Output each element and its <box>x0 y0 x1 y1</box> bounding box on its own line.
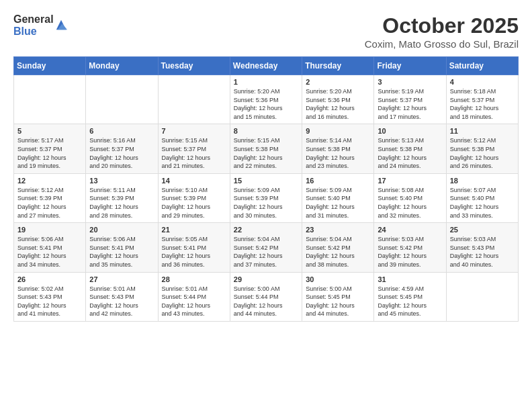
calendar-cell: 22Sunrise: 5:04 AM Sunset: 5:42 PM Dayli… <box>230 223 302 272</box>
day-number: 5 <box>17 127 82 135</box>
logo-icon <box>55 19 67 31</box>
day-number: 23 <box>306 226 370 234</box>
day-info: Sunrise: 5:12 AM Sunset: 5:39 PM Dayligh… <box>17 186 82 220</box>
day-info: Sunrise: 5:15 AM Sunset: 5:38 PM Dayligh… <box>234 136 298 170</box>
day-number: 4 <box>450 78 515 86</box>
calendar-table: SundayMondayTuesdayWednesdayThursdayFrid… <box>13 56 519 322</box>
calendar-cell: 1Sunrise: 5:20 AM Sunset: 5:36 PM Daylig… <box>230 75 302 124</box>
week-row-1: 1Sunrise: 5:20 AM Sunset: 5:36 PM Daylig… <box>14 75 519 124</box>
day-info: Sunrise: 5:18 AM Sunset: 5:37 PM Dayligh… <box>450 87 515 121</box>
day-number: 7 <box>162 127 226 135</box>
calendar-cell: 19Sunrise: 5:06 AM Sunset: 5:41 PM Dayli… <box>14 223 86 272</box>
calendar-cell: 10Sunrise: 5:13 AM Sunset: 5:38 PM Dayli… <box>374 124 446 173</box>
calendar-cell: 31Sunrise: 4:59 AM Sunset: 5:45 PM Dayli… <box>374 272 446 321</box>
day-number: 29 <box>234 275 298 283</box>
day-info: Sunrise: 5:15 AM Sunset: 5:37 PM Dayligh… <box>162 136 226 170</box>
day-number: 27 <box>89 275 154 283</box>
calendar-cell: 2Sunrise: 5:20 AM Sunset: 5:36 PM Daylig… <box>302 75 374 124</box>
day-info: Sunrise: 5:04 AM Sunset: 5:42 PM Dayligh… <box>306 235 370 269</box>
day-number: 24 <box>378 226 442 234</box>
weekday-header-sunday: Sunday <box>14 57 86 75</box>
calendar-cell: 23Sunrise: 5:04 AM Sunset: 5:42 PM Dayli… <box>302 223 374 272</box>
day-number: 19 <box>17 226 82 234</box>
day-number: 20 <box>89 226 154 234</box>
day-number: 16 <box>306 177 370 185</box>
day-info: Sunrise: 5:13 AM Sunset: 5:38 PM Dayligh… <box>378 136 442 170</box>
calendar-cell: 13Sunrise: 5:11 AM Sunset: 5:39 PM Dayli… <box>86 173 158 222</box>
logo: General Blue <box>13 13 67 37</box>
calendar-cell: 21Sunrise: 5:05 AM Sunset: 5:41 PM Dayli… <box>158 223 230 272</box>
calendar-cell: 11Sunrise: 5:12 AM Sunset: 5:38 PM Dayli… <box>446 124 518 173</box>
day-info: Sunrise: 5:05 AM Sunset: 5:41 PM Dayligh… <box>162 235 226 269</box>
day-info: Sunrise: 5:14 AM Sunset: 5:38 PM Dayligh… <box>306 136 370 170</box>
week-row-4: 19Sunrise: 5:06 AM Sunset: 5:41 PM Dayli… <box>14 223 519 272</box>
location-title: Coxim, Mato Grosso do Sul, Brazil <box>365 38 519 50</box>
calendar-cell: 8Sunrise: 5:15 AM Sunset: 5:38 PM Daylig… <box>230 124 302 173</box>
title-block: October 2025 Coxim, Mato Grosso do Sul, … <box>365 13 519 50</box>
calendar-cell: 26Sunrise: 5:02 AM Sunset: 5:43 PM Dayli… <box>14 272 86 321</box>
week-row-3: 12Sunrise: 5:12 AM Sunset: 5:39 PM Dayli… <box>14 173 519 222</box>
day-info: Sunrise: 5:06 AM Sunset: 5:41 PM Dayligh… <box>89 235 154 269</box>
day-number: 28 <box>162 275 226 283</box>
day-number: 21 <box>162 226 226 234</box>
weekday-header-friday: Friday <box>374 57 446 75</box>
calendar-cell: 14Sunrise: 5:10 AM Sunset: 5:39 PM Dayli… <box>158 173 230 222</box>
day-number: 30 <box>306 275 370 283</box>
weekday-header-monday: Monday <box>86 57 158 75</box>
day-number: 6 <box>89 127 154 135</box>
day-number: 10 <box>378 127 442 135</box>
day-number: 14 <box>162 177 226 185</box>
day-info: Sunrise: 5:06 AM Sunset: 5:41 PM Dayligh… <box>17 235 82 269</box>
weekday-header-tuesday: Tuesday <box>158 57 230 75</box>
calendar-cell: 20Sunrise: 5:06 AM Sunset: 5:41 PM Dayli… <box>86 223 158 272</box>
calendar-cell: 18Sunrise: 5:07 AM Sunset: 5:40 PM Dayli… <box>446 173 518 222</box>
day-info: Sunrise: 5:03 AM Sunset: 5:43 PM Dayligh… <box>450 235 515 269</box>
calendar-cell: 27Sunrise: 5:01 AM Sunset: 5:43 PM Dayli… <box>86 272 158 321</box>
day-info: Sunrise: 5:10 AM Sunset: 5:39 PM Dayligh… <box>162 186 226 220</box>
day-info: Sunrise: 5:02 AM Sunset: 5:43 PM Dayligh… <box>17 285 82 318</box>
day-number: 8 <box>234 127 298 135</box>
day-info: Sunrise: 5:00 AM Sunset: 5:44 PM Dayligh… <box>234 285 298 318</box>
calendar-cell: 4Sunrise: 5:18 AM Sunset: 5:37 PM Daylig… <box>446 75 518 124</box>
calendar-cell: 7Sunrise: 5:15 AM Sunset: 5:37 PM Daylig… <box>158 124 230 173</box>
calendar-cell: 9Sunrise: 5:14 AM Sunset: 5:38 PM Daylig… <box>302 124 374 173</box>
day-info: Sunrise: 5:03 AM Sunset: 5:42 PM Dayligh… <box>378 235 442 269</box>
month-title: October 2025 <box>365 13 519 38</box>
day-info: Sunrise: 5:11 AM Sunset: 5:39 PM Dayligh… <box>89 186 154 220</box>
weekday-header-saturday: Saturday <box>446 57 518 75</box>
day-number: 2 <box>306 78 370 86</box>
day-number: 22 <box>234 226 298 234</box>
day-number: 17 <box>378 177 442 185</box>
day-number: 25 <box>450 226 515 234</box>
calendar-cell: 30Sunrise: 5:00 AM Sunset: 5:45 PM Dayli… <box>302 272 374 321</box>
day-info: Sunrise: 5:01 AM Sunset: 5:44 PM Dayligh… <box>162 285 226 318</box>
day-info: Sunrise: 5:00 AM Sunset: 5:45 PM Dayligh… <box>306 285 370 318</box>
day-info: Sunrise: 5:04 AM Sunset: 5:42 PM Dayligh… <box>234 235 298 269</box>
page-header: General Blue October 2025 Coxim, Mato Gr… <box>13 13 519 50</box>
day-info: Sunrise: 5:07 AM Sunset: 5:40 PM Dayligh… <box>450 186 515 220</box>
calendar-cell: 17Sunrise: 5:08 AM Sunset: 5:40 PM Dayli… <box>374 173 446 222</box>
week-row-5: 26Sunrise: 5:02 AM Sunset: 5:43 PM Dayli… <box>14 272 519 321</box>
day-info: Sunrise: 5:20 AM Sunset: 5:36 PM Dayligh… <box>234 87 298 121</box>
day-info: Sunrise: 5:09 AM Sunset: 5:40 PM Dayligh… <box>306 186 370 220</box>
day-info: Sunrise: 5:09 AM Sunset: 5:39 PM Dayligh… <box>234 186 298 220</box>
calendar-cell: 6Sunrise: 5:16 AM Sunset: 5:37 PM Daylig… <box>86 124 158 173</box>
day-number: 13 <box>89 177 154 185</box>
day-info: Sunrise: 4:59 AM Sunset: 5:45 PM Dayligh… <box>378 285 442 318</box>
calendar-cell: 28Sunrise: 5:01 AM Sunset: 5:44 PM Dayli… <box>158 272 230 321</box>
calendar-cell: 12Sunrise: 5:12 AM Sunset: 5:39 PM Dayli… <box>14 173 86 222</box>
day-info: Sunrise: 5:20 AM Sunset: 5:36 PM Dayligh… <box>306 87 370 121</box>
day-number: 15 <box>234 177 298 185</box>
day-number: 1 <box>234 78 298 86</box>
week-row-2: 5Sunrise: 5:17 AM Sunset: 5:37 PM Daylig… <box>14 124 519 173</box>
calendar-cell: 16Sunrise: 5:09 AM Sunset: 5:40 PM Dayli… <box>302 173 374 222</box>
day-number: 12 <box>17 177 82 185</box>
calendar-cell <box>14 75 86 124</box>
day-info: Sunrise: 5:08 AM Sunset: 5:40 PM Dayligh… <box>378 186 442 220</box>
day-info: Sunrise: 5:16 AM Sunset: 5:37 PM Dayligh… <box>89 136 154 170</box>
day-number: 11 <box>450 127 515 135</box>
weekday-header-row: SundayMondayTuesdayWednesdayThursdayFrid… <box>14 57 519 75</box>
calendar-cell <box>158 75 230 124</box>
calendar-cell <box>446 272 518 321</box>
calendar-cell: 15Sunrise: 5:09 AM Sunset: 5:39 PM Dayli… <box>230 173 302 222</box>
